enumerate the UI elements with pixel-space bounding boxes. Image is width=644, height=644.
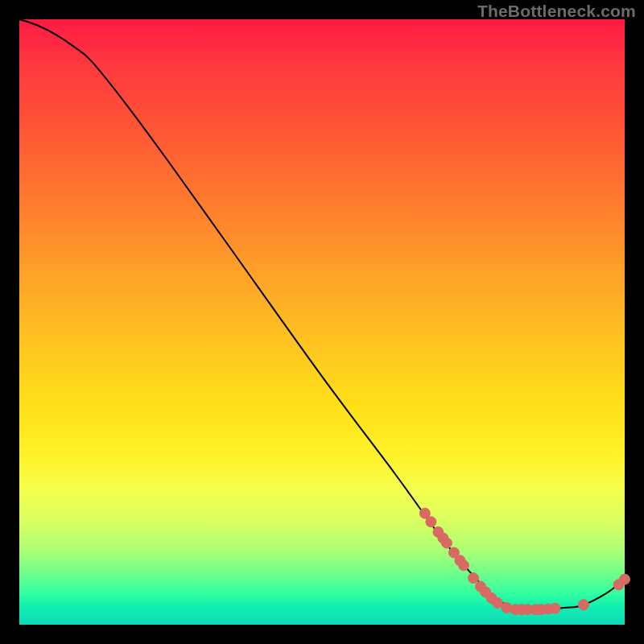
chart-data-point (620, 574, 630, 584)
chart-curve (19, 19, 625, 610)
chart-svg-layer (19, 19, 625, 625)
chart-data-point (426, 517, 436, 527)
chart-data-point (502, 602, 512, 613)
chart-data-point (469, 573, 479, 584)
chart-data-point (458, 560, 469, 571)
attribution-watermark: TheBottleneck.com (477, 2, 636, 21)
chart-data-point (550, 603, 560, 613)
chart-data-point (441, 538, 452, 548)
chart-data-point (578, 600, 588, 610)
